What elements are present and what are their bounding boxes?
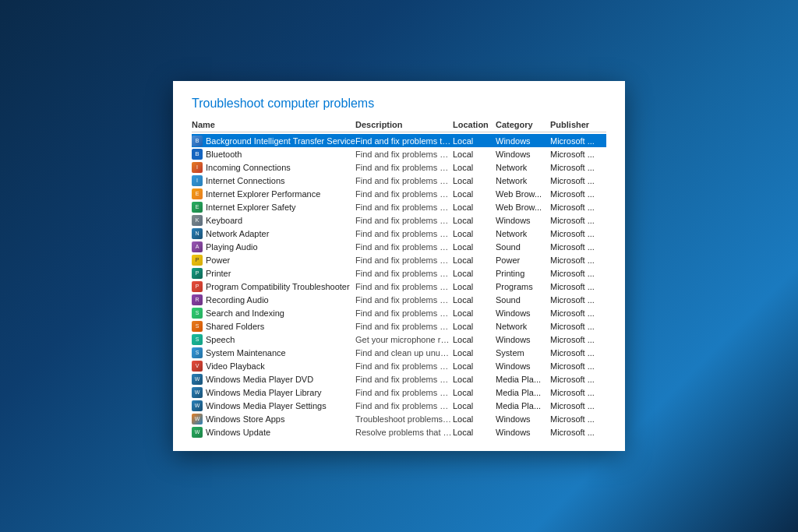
row-cat-ieperf: Web Brow...: [496, 189, 550, 199]
recaudio-icon: R: [192, 294, 203, 305]
row-pub-printer: Microsoft ...: [550, 269, 606, 278]
row-cat-bluetooth: Windows: [496, 150, 550, 159]
row-pub-incoming: Microsoft ...: [550, 163, 606, 172]
row-loc-printer: Local: [453, 269, 496, 278]
row-name-shared: S Shared Folders: [192, 321, 355, 332]
row-desc-inetconn: Find and fix problems with conne...: [355, 176, 453, 185]
table-row[interactable]: S Shared Folders Find and fix problems w…: [192, 319, 606, 333]
table-row[interactable]: P Printer Find and fix problems with pri…: [192, 266, 606, 280]
sysmaint-icon: S: [192, 347, 203, 358]
row-desc-wsapps: Troubleshoot problems that may ...: [355, 414, 453, 424]
table-row[interactable]: W Windows Update Resolve problems that p…: [192, 425, 606, 439]
row-loc-netadapt: Local: [453, 229, 496, 238]
row-cat-search: Windows: [496, 308, 550, 318]
row-cat-progcomp: Programs: [496, 282, 550, 291]
row-desc-recaudio: Find and fix problems with recor...: [355, 295, 453, 305]
row-pub-wsapps: Microsoft ...: [550, 414, 606, 424]
row-desc-wmdvd: Find and fix problems with playin...: [355, 375, 453, 384]
table-row[interactable]: W Windows Store Apps Troubleshoot proble…: [192, 412, 606, 425]
printer-icon: P: [192, 268, 203, 279]
table-row[interactable]: B Bluetooth Find and fix problems with B…: [192, 147, 606, 160]
rows-container: B Background Intelligent Transfer Servic…: [192, 134, 606, 439]
wmlib-icon: W: [192, 387, 203, 398]
speech-icon: S: [192, 334, 203, 345]
col-header-cat: Category: [496, 120, 550, 129]
row-name-printer: P Printer: [192, 268, 355, 279]
row-pub-video: Microsoft ...: [550, 361, 606, 371]
table-row[interactable]: K Keyboard Find and fix problems with yo…: [192, 213, 606, 227]
row-loc-video: Local: [453, 361, 496, 371]
row-cat-wmdvd: Media Pla...: [496, 375, 550, 384]
row-desc-sysmaint: Find and clean up unused files an...: [355, 348, 453, 358]
row-desc-shared: Find and fix problems with acces...: [355, 322, 453, 331]
table-row[interactable]: P Power Find and fix problems with your …: [192, 253, 606, 266]
row-loc-wupdate: Local: [453, 428, 496, 437]
table-row[interactable]: N Network Adapter Find and fix problems …: [192, 227, 606, 240]
row-cat-incoming: Network: [496, 163, 550, 172]
row-cat-recaudio: Sound: [496, 295, 550, 305]
col-header-desc: Description: [355, 120, 453, 129]
row-loc-progcomp: Local: [453, 282, 496, 291]
table-row[interactable]: S System Maintenance Find and clean up u…: [192, 346, 606, 359]
row-desc-search: Find and fix problems with Wind...: [355, 308, 453, 318]
row-cat-bits: Windows: [496, 136, 550, 146]
row-name-wsapps: W Windows Store Apps: [192, 414, 355, 425]
wupdate-icon: W: [192, 427, 203, 438]
row-loc-recaudio: Local: [453, 295, 496, 305]
table-row[interactable]: B Background Intelligent Transfer Servic…: [192, 134, 606, 147]
row-loc-bits: Local: [453, 136, 496, 146]
row-loc-playaudio: Local: [453, 242, 496, 252]
row-cat-iesafe: Web Brow...: [496, 203, 550, 212]
row-cat-shared: Network: [496, 322, 550, 331]
row-pub-netadapt: Microsoft ...: [550, 229, 606, 238]
row-pub-shared: Microsoft ...: [550, 322, 606, 331]
wmsettings-icon: W: [192, 400, 203, 411]
row-pub-sysmaint: Microsoft ...: [550, 348, 606, 358]
row-desc-iesafe: Find and fix problems with securi...: [355, 203, 453, 212]
row-desc-netadapt: Find and fix problems with wirele...: [355, 229, 453, 238]
table-row[interactable]: W Windows Media Player Library Find and …: [192, 386, 606, 399]
bluetooth-icon: B: [192, 149, 203, 160]
row-loc-inetconn: Local: [453, 176, 496, 185]
table-row[interactable]: W Windows Media Player DVD Find and fix …: [192, 372, 606, 386]
row-pub-search: Microsoft ...: [550, 308, 606, 318]
col-header-pub: Publisher: [550, 120, 606, 129]
col-header-loc: Location: [453, 120, 496, 129]
row-name-playaudio: A Playing Audio: [192, 241, 355, 252]
row-name-incoming: I Incoming Connections: [192, 162, 355, 173]
table-row[interactable]: R Recording Audio Find and fix problems …: [192, 293, 606, 306]
table-row[interactable]: W Windows Media Player Settings Find and…: [192, 399, 606, 412]
row-name-ieperf: E Internet Explorer Performance: [192, 188, 355, 199]
row-pub-iesafe: Microsoft ...: [550, 203, 606, 212]
row-desc-wupdate: Resolve problems that prevent yo...: [355, 428, 453, 437]
table-row[interactable]: P Program Compatibility Troubleshooter F…: [192, 280, 606, 293]
row-pub-wmlib: Microsoft ...: [550, 388, 606, 397]
table-row[interactable]: E Internet Explorer Safety Find and fix …: [192, 200, 606, 213]
column-headers: Name Description Location Category Publi…: [192, 120, 606, 132]
row-pub-wmdvd: Microsoft ...: [550, 375, 606, 384]
bits-icon: B: [192, 136, 203, 146]
table-row[interactable]: I Incoming Connections Find and fix prob…: [192, 160, 606, 174]
row-cat-keyboard: Windows: [496, 216, 550, 225]
row-loc-search: Local: [453, 308, 496, 318]
table-row[interactable]: V Video Playback Find and fix problems w…: [192, 359, 606, 372]
row-name-recaudio: R Recording Audio: [192, 294, 355, 305]
row-desc-printer: Find and fix problems with printing: [355, 269, 453, 278]
row-pub-ieperf: Microsoft ...: [550, 189, 606, 199]
row-name-keyboard: K Keyboard: [192, 215, 355, 226]
table-row[interactable]: S Search and Indexing Find and fix probl…: [192, 306, 606, 319]
ieperf-icon: E: [192, 188, 203, 199]
row-loc-sysmaint: Local: [453, 348, 496, 358]
row-name-speech: S Speech: [192, 334, 355, 345]
table-row[interactable]: I Internet Connections Find and fix prob…: [192, 174, 606, 187]
netadapt-icon: N: [192, 228, 203, 239]
row-name-search: S Search and Indexing: [192, 308, 355, 319]
table-row[interactable]: S Speech Get your microphone ready and f…: [192, 333, 606, 346]
row-name-wmsettings: W Windows Media Player Settings: [192, 400, 355, 411]
table-row[interactable]: A Playing Audio Find and fix problems wi…: [192, 240, 606, 253]
iesafe-icon: E: [192, 202, 203, 213]
row-name-bluetooth: B Bluetooth: [192, 149, 355, 160]
table-row[interactable]: E Internet Explorer Performance Find and…: [192, 187, 606, 200]
row-pub-inetconn: Microsoft ...: [550, 176, 606, 185]
row-loc-keyboard: Local: [453, 216, 496, 225]
